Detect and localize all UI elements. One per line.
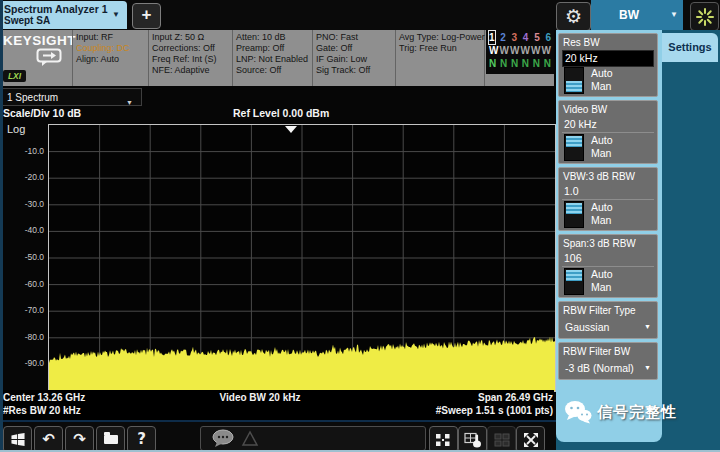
span-rbw-auto-man-toggle[interactable] <box>564 268 584 295</box>
trace-type-row: WWWWWW <box>489 44 551 57</box>
keysight-logo: KEYSIGHT <box>3 33 76 48</box>
trace-detector[interactable]: N <box>511 57 518 70</box>
trace-number[interactable]: 4 <box>523 31 529 44</box>
trace-detector-row: NNNNNN <box>489 57 551 70</box>
rbw-filter-bw-label: RBW Filter BW <box>559 343 657 357</box>
fullscreen-button[interactable] <box>516 426 545 452</box>
status-col-atten[interactable]: Atten: 10 dB Preamp: Off LNP: Not Enable… <box>236 32 308 76</box>
rbw-filter-type-dropdown[interactable]: Gaussian ▼ <box>562 319 654 335</box>
folder-icon <box>104 435 118 444</box>
vbw-rbw-auto-man-toggle[interactable] <box>564 201 584 228</box>
trace-type[interactable]: W <box>510 44 519 57</box>
remote-message-bubble-icon <box>36 48 64 68</box>
bw-menu-panel: Settings Res BW 20 kHz Auto Man Video BW… <box>556 30 720 452</box>
ref-level-control[interactable]: Ref Level 0.00 dBm <box>233 107 329 119</box>
trace-detector[interactable]: N <box>522 57 529 70</box>
help-button[interactable]: ? <box>127 426 156 452</box>
scale-div-control[interactable]: Scale/Div 10 dB <box>3 107 81 119</box>
center-freq-annotation[interactable]: Center 13.26 GHz <box>3 392 85 403</box>
status-col-avg[interactable]: Avg Type: Log-Power Trig: Free Run <box>399 32 485 54</box>
spectrum-plot[interactable] <box>48 124 556 392</box>
window-selector-dropdown[interactable]: 1 Spectrum ▼ <box>0 88 142 106</box>
res-bw-value[interactable]: 20 kHz <box>562 50 654 67</box>
status-trig: Trig: Free Run <box>399 43 485 54</box>
res-bw-auto-man-toggle[interactable] <box>564 67 584 94</box>
span-annotation[interactable]: Span 26.49 GHz <box>478 392 553 403</box>
trace-detector[interactable]: N <box>544 57 551 70</box>
touch-select-button[interactable] <box>458 426 487 452</box>
add-tab-button[interactable]: + <box>132 3 161 29</box>
vbw-rbw-label: VBW:3 dB RBW <box>559 168 657 182</box>
span-rbw-value[interactable]: 106 <box>562 251 654 267</box>
status-sigtrack: Sig Track: Off <box>316 65 370 76</box>
y-tick-label: -20.0 <box>0 172 44 182</box>
res-bw-annotation[interactable]: #Res BW 20 kHz <box>3 405 81 416</box>
man-label: Man <box>591 147 613 160</box>
divider <box>232 30 233 86</box>
grid-layout-button[interactable] <box>487 426 516 452</box>
trace-number[interactable]: 6 <box>545 31 551 44</box>
trace-number[interactable]: 3 <box>512 31 518 44</box>
status-avgtype: Avg Type: Log-Power <box>399 32 485 43</box>
menu-block-span-rbw-ratio: Span:3 dB RBW 106 Auto Man <box>558 234 658 298</box>
grid-icon <box>494 433 510 447</box>
divider <box>148 30 149 86</box>
divider <box>72 30 73 86</box>
span-rbw-label: Span:3 dB RBW <box>559 235 657 249</box>
redo-button[interactable]: ↷ <box>65 426 94 452</box>
tab-settings[interactable]: Settings <box>662 33 718 62</box>
undo-button[interactable]: ↶ <box>34 426 63 452</box>
rbw-filter-type-value: Gaussian <box>565 321 609 333</box>
video-bw-auto-man-toggle[interactable] <box>564 134 584 161</box>
tab-spectrum-analyzer[interactable]: Spectrum Analyzer 1 Swept SA ▼ <box>0 1 127 29</box>
arrange-windows-icon <box>435 433 452 447</box>
file-button[interactable] <box>96 426 125 452</box>
auto-label: Auto <box>591 134 613 147</box>
bottom-toolbar: ↶ ↷ ? <box>0 420 556 452</box>
trace-detector[interactable]: N <box>533 57 540 70</box>
sweep-annotation[interactable]: #Sweep 1.51 s (1001 pts) <box>436 405 553 416</box>
annotation-bar: Center 13.26 GHz Video BW 20 kHz Span 26… <box>0 390 554 420</box>
trace-type[interactable]: W <box>521 44 530 57</box>
lxi-badge: LXI <box>3 70 26 82</box>
windows-logo-icon <box>9 431 27 448</box>
watermark-text: 信号完整性 <box>597 403 677 422</box>
trace-type[interactable]: W <box>489 44 498 57</box>
system-settings-button[interactable]: ⚙ <box>556 2 591 31</box>
ref-level-marker-icon[interactable] <box>285 126 297 133</box>
trace-status-grid[interactable]: 123456WWWWWWNNNNNN <box>486 30 554 74</box>
trace-detector[interactable]: N <box>489 57 496 70</box>
status-col-input[interactable]: Input: RF Coupling: DC Align: Auto <box>76 32 130 65</box>
trace-type[interactable]: W <box>531 44 540 57</box>
y-tick-label: -10.0 <box>0 146 44 156</box>
windows-start-button[interactable] <box>3 426 32 452</box>
menu-block-res-bw: Res BW 20 kHz Auto Man <box>558 33 658 97</box>
status-col-pno[interactable]: PNO: Fast Gate: Off IF Gain: Low Sig Tra… <box>316 32 370 76</box>
trace-detector[interactable]: N <box>500 57 507 70</box>
rbw-filter-bw-dropdown[interactable]: -3 dB (Normal) ▼ <box>562 360 654 376</box>
trace-number[interactable]: 1 <box>489 31 495 44</box>
y-tick-label: -50.0 <box>0 252 44 262</box>
trace-type[interactable]: W <box>500 44 509 57</box>
status-col-inputz[interactable]: Input Z: 50 Ω Corrections: Off Freq Ref:… <box>152 32 217 76</box>
trace-type[interactable]: W <box>542 44 551 57</box>
vbw-rbw-value[interactable]: 1.0 <box>562 184 654 200</box>
status-input: Input: RF <box>76 32 130 43</box>
menu-block-rbw-filter-bw: RBW Filter BW -3 dB (Normal) ▼ <box>558 342 658 380</box>
toggle-knob <box>566 136 582 147</box>
bw-menu-title-button[interactable]: BW ▼ <box>591 0 683 30</box>
arrange-windows-button[interactable] <box>429 426 458 452</box>
video-bw-annotation[interactable]: Video BW 20 kHz <box>140 392 380 403</box>
window-selector-label: 1 Spectrum <box>7 92 58 103</box>
message-bar-button[interactable] <box>200 426 426 451</box>
status-pno: PNO: Fast <box>316 32 370 43</box>
res-bw-label: Res BW <box>559 34 657 48</box>
video-bw-label: Video BW <box>559 101 657 115</box>
status-bar: KEYSIGHT LXI Input: RF Coupling: DC Alig… <box>0 30 554 86</box>
trace-number[interactable]: 5 <box>534 31 540 44</box>
video-bw-value[interactable]: 20 kHz <box>562 117 654 133</box>
trace-number[interactable]: 2 <box>500 31 506 44</box>
spectrum-trace-svg <box>49 125 555 391</box>
y-tick-label: -60.0 <box>0 279 44 289</box>
status-ifgain: IF Gain: Low <box>316 54 370 65</box>
